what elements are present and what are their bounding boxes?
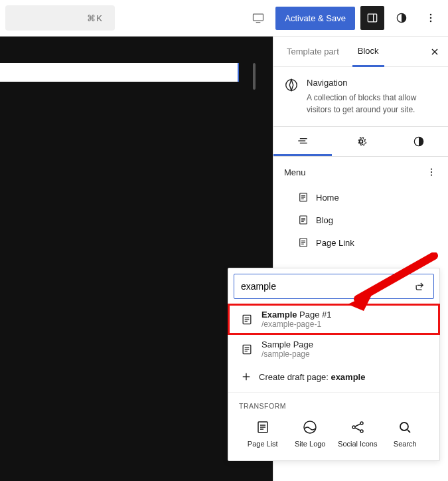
menu-item-blog[interactable]: Blog: [297, 209, 437, 231]
create-draft-label: Create draft page: example: [259, 372, 365, 382]
menu-header: Menu: [284, 166, 437, 178]
menu-item-page-link[interactable]: Page Link: [297, 231, 437, 254]
link-search-field[interactable]: [234, 274, 434, 299]
page-icon: [240, 343, 254, 356]
result-text: Sample Page /sample-page: [261, 339, 313, 359]
toolbar-right: Activate & Save: [246, 6, 443, 30]
block-info-text: Navigation A collection of blocks that a…: [307, 78, 437, 116]
cmd-hint-text: ⌘K: [87, 13, 103, 23]
result-title: Example Page #1: [261, 310, 332, 320]
scrollbar[interactable]: [253, 63, 256, 90]
page-icon: [240, 313, 254, 326]
svg-point-47: [360, 430, 363, 433]
site-logo-icon: [302, 419, 318, 435]
link-search-input[interactable]: [241, 281, 408, 292]
tab-block[interactable]: Block: [352, 37, 384, 67]
half-circle-icon: [412, 135, 425, 148]
menu-item-home[interactable]: Home: [297, 186, 437, 209]
sidebar-icon: [366, 11, 379, 25]
dots-vertical-icon: [424, 11, 437, 25]
result-slug: /example-page-1: [261, 320, 332, 329]
result-slug: /sample-page: [261, 349, 313, 359]
subtab-styles[interactable]: [390, 127, 448, 156]
page-icon: [297, 191, 309, 203]
block-description: A collection of blocks that allow visito…: [307, 92, 437, 116]
search-result-sample-page[interactable]: Sample Page /sample-page: [228, 334, 439, 364]
search-icon: [397, 419, 413, 435]
transform-social-icons[interactable]: Social Icons: [338, 419, 378, 448]
transform-search[interactable]: Search: [385, 419, 425, 448]
link-dropdown-panel: Example Page #1 /example-page-1 Sample P…: [228, 268, 440, 461]
nav-block-preview[interactable]: [0, 63, 239, 82]
block-info-panel: Navigation A collection of blocks that a…: [273, 67, 448, 127]
close-sidebar-button[interactable]: [429, 47, 440, 57]
navigation-icon: [284, 78, 299, 116]
result-title: Sample Page: [261, 339, 313, 349]
svg-point-6: [430, 17, 432, 19]
transform-label: Site Logo: [295, 439, 325, 448]
sidebar-tabs: Template part Block: [273, 37, 448, 67]
top-toolbar: ⌘K Activate & Save: [0, 0, 448, 37]
svg-point-10: [286, 80, 297, 91]
activate-save-button[interactable]: Activate & Save: [275, 7, 355, 30]
transform-label: Social Icons: [338, 439, 377, 448]
svg-point-16: [431, 171, 432, 173]
share-icon: [350, 419, 366, 435]
page-icon: [297, 214, 309, 226]
page-icon: [297, 237, 309, 248]
svg-point-15: [431, 168, 432, 169]
page-list-icon: [255, 419, 271, 435]
svg-rect-0: [254, 14, 263, 21]
transform-section: TRANSFORM Page List Site Logo Social Ico…: [228, 392, 439, 460]
menu-list: Home Blog Page Link: [284, 186, 437, 254]
menu-item-label: Blog: [316, 215, 333, 225]
svg-point-50: [400, 423, 408, 431]
dots-vertical-icon: [425, 166, 437, 178]
more-menu-button[interactable]: [419, 6, 443, 30]
menu-item-label: Home: [316, 193, 339, 203]
gear-icon: [354, 135, 368, 148]
transform-label: Search: [394, 439, 417, 448]
svg-point-45: [360, 422, 363, 425]
transform-heading: TRANSFORM: [239, 402, 429, 410]
svg-line-49: [355, 428, 360, 431]
menu-title: Menu: [284, 167, 306, 177]
subtab-settings[interactable]: [332, 127, 390, 156]
result-text: Example Page #1 /example-page-1: [261, 310, 332, 329]
search-result-example-page[interactable]: Example Page #1 /example-page-1: [228, 304, 439, 334]
svg-line-48: [355, 424, 360, 427]
transform-options: Page List Site Logo Social Icons Search: [239, 419, 429, 448]
svg-point-7: [430, 21, 432, 23]
svg-line-51: [408, 430, 410, 433]
plus-icon: [240, 371, 252, 383]
half-circle-icon: [395, 11, 408, 25]
desktop-icon: [252, 11, 265, 25]
settings-toggle-button[interactable]: [360, 6, 384, 30]
menu-item-label: Page Link: [316, 238, 354, 248]
menu-options-button[interactable]: [425, 166, 437, 178]
transform-label: Page List: [248, 439, 278, 448]
styles-button[interactable]: [390, 6, 413, 30]
subtab-list[interactable]: [273, 127, 332, 156]
block-subtabs: [273, 127, 448, 157]
close-icon: [429, 47, 440, 57]
svg-point-46: [352, 426, 355, 429]
create-draft-page[interactable]: Create draft page: example: [228, 364, 439, 392]
command-hint[interactable]: ⌘K: [5, 5, 115, 31]
svg-point-5: [430, 14, 432, 16]
svg-point-17: [431, 174, 432, 175]
tab-template-part[interactable]: Template part: [281, 37, 344, 66]
toolbar-left: ⌘K: [5, 5, 115, 31]
svg-rect-2: [368, 14, 376, 22]
transform-page-list[interactable]: Page List: [243, 419, 283, 448]
submit-icon[interactable]: [413, 280, 427, 293]
block-title: Navigation: [307, 78, 437, 88]
transform-site-logo[interactable]: Site Logo: [290, 419, 330, 448]
list-icon: [296, 134, 309, 147]
view-button[interactable]: [246, 6, 270, 30]
menu-section: Menu Home Blog Page Link: [273, 157, 448, 263]
